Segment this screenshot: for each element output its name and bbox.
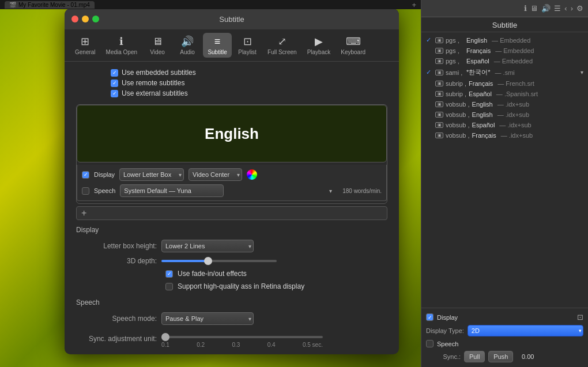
sub-icon-5: ▣ xyxy=(435,81,443,86)
sub-source-3: — Embedded xyxy=(494,58,533,65)
rp-list-icon[interactable]: ☰ xyxy=(554,4,561,13)
toolbar-fullscreen[interactable]: ⤢ Full Screen xyxy=(263,33,301,58)
minimize-button[interactable] xyxy=(82,16,89,22)
rp-display-checkbox[interactable] xyxy=(426,313,434,321)
new-tab-button[interactable]: + xyxy=(412,1,416,9)
keyboard-icon: ⌨ xyxy=(345,35,361,48)
subtitle-item-7[interactable]: ▣ vobsub , English — .idx+sub xyxy=(421,99,588,109)
playback-label: Playback xyxy=(307,49,331,55)
preview-controls: Display Lower Letter Box Upper Letter Bo… xyxy=(77,165,387,201)
audio-icon: 🔊 xyxy=(179,35,195,48)
sub-dropdown-4[interactable]: ▾ xyxy=(581,69,583,75)
subtitle-item-1[interactable]: ✓ ▣ pgs , English — Embedded xyxy=(421,35,588,46)
subtitle-item-2[interactable]: ▣ pgs , Français — Embedded xyxy=(421,46,588,56)
rp-speaker-icon[interactable]: 🔊 xyxy=(541,4,551,13)
toolbar-media-open[interactable]: ℹ Media Open xyxy=(101,33,142,58)
sync-adjustment-slider[interactable] xyxy=(161,336,323,338)
sync-value: 0.00 xyxy=(517,353,534,360)
toolbar-subtitle[interactable]: ≡ Subtitle xyxy=(203,33,232,58)
rp-speech-checkbox[interactable] xyxy=(426,340,434,347)
depth-3d-row: 3D depth: xyxy=(76,257,387,265)
maximize-button[interactable] xyxy=(92,16,99,22)
display-checkbox[interactable] xyxy=(82,171,89,179)
speech-mode-row: Speech mode: Pause & Play Continuous Off… xyxy=(76,312,387,325)
rp-speech-row: Speech xyxy=(426,340,583,347)
speech-section: Speech Speech mode: Pause & Play Continu… xyxy=(76,298,387,348)
depth-3d-slider[interactable] xyxy=(161,260,277,262)
keyboard-label: Keyboard xyxy=(341,49,365,55)
sync-adjustment-label: Sync. adjustment unit: xyxy=(76,335,157,343)
tick-03: 0.3 xyxy=(232,342,240,348)
sub-source-7: — .idx+sub xyxy=(497,101,529,108)
traffic-lights xyxy=(71,16,99,22)
toolbar-video[interactable]: 🖥 Video xyxy=(143,33,172,58)
file-icon: 🎬 xyxy=(9,2,16,8)
sub-lang-8: English xyxy=(472,111,493,118)
rp-monitor-icon[interactable]: 🖥 xyxy=(530,4,538,13)
sync-pull-button[interactable]: Pull xyxy=(464,351,485,362)
display-section-header: Display xyxy=(76,226,387,234)
use-embedded-checkbox[interactable] xyxy=(111,69,118,77)
sync-push-button[interactable]: Push xyxy=(488,351,513,362)
high-quality-checkbox[interactable] xyxy=(165,283,173,290)
toolbar: ⊞ General ℹ Media Open 🖥 Video 🔊 Audio ≡… xyxy=(65,29,399,62)
toolbar-general[interactable]: ⊞ General xyxy=(70,33,100,58)
toolbar-playback[interactable]: ▶ Playback xyxy=(303,33,336,58)
sub-lang-10: Français xyxy=(472,132,496,139)
use-external-checkbox[interactable] xyxy=(111,90,118,97)
use-remote-row[interactable]: Use remote subtitles xyxy=(111,79,387,87)
color-wheel-icon[interactable] xyxy=(247,169,257,180)
subtitle-options: Use embedded subtitles Use remote subtit… xyxy=(76,69,387,97)
sub-icon-10: ▣ xyxy=(435,133,443,138)
subtitle-item-8[interactable]: ▣ vobsub , English — .idx+sub xyxy=(421,109,588,120)
subtitle-item-3[interactable]: ▣ pgs , Español — Embedded xyxy=(421,56,588,66)
subtitle-item-5[interactable]: ▣ subrip , Français — French.srt xyxy=(421,78,588,89)
rp-chevron-left-icon[interactable]: ‹ xyxy=(564,4,567,13)
rp-display-type-label: Display Type: xyxy=(426,327,464,334)
fade-checkbox[interactable] xyxy=(165,270,173,278)
toolbar-audio[interactable]: 🔊 Audio xyxy=(173,33,202,58)
sub-icon-8: ▣ xyxy=(435,112,443,118)
use-embedded-row[interactable]: Use embedded subtitles xyxy=(111,69,387,77)
letterbox-select[interactable]: Lower Letter Box Upper Letter Box Center xyxy=(119,168,184,181)
sub-lang-1: English xyxy=(466,37,487,44)
rp-display-type-select[interactable]: 2D 3D Left/Right 3D Top/Bottom xyxy=(468,325,583,336)
sub-lang-7: English xyxy=(472,101,493,108)
subtitle-item-10[interactable]: ▣ vobsub , Français — .idx+sub xyxy=(421,130,588,141)
toolbar-keyboard[interactable]: ⌨ Keyboard xyxy=(336,33,370,58)
sub-format-4: sami , xyxy=(446,69,464,76)
subtitle-label: Subtitle xyxy=(208,49,227,55)
speech-checkbox[interactable] xyxy=(82,187,89,195)
subtitle-item-6[interactable]: ▣ subrip , Español — .Spanish.srt xyxy=(421,89,588,99)
speech-mode-select[interactable]: Pause & Play Continuous Off xyxy=(161,312,254,325)
subtitle-list: ✓ ▣ pgs , English — Embedded ▣ pgs , Fra… xyxy=(421,32,588,308)
letterbox-height-select[interactable]: Lower 2 Lines Lower 1 Line Upper 2 Lines xyxy=(161,240,254,252)
toolbar-playlist[interactable]: ⊡ Playlist xyxy=(233,33,262,58)
rp-settings-icon[interactable]: ⚙ xyxy=(576,4,583,13)
speech-select[interactable]: System Default — Yuna Alex Samantha xyxy=(120,184,224,197)
sub-source-10: — .idx+sub xyxy=(501,132,533,139)
rp-bottom-controls: Display ⊡ Display Type: 2D 3D Left/Right… xyxy=(421,308,588,367)
sub-icon-9: ▣ xyxy=(435,122,443,128)
rp-sync-label: Sync.: xyxy=(426,353,461,360)
use-remote-checkbox[interactable] xyxy=(111,80,118,87)
right-panel: ℹ 🖥 🔊 ☰ ‹ › ⚙ Subtitle ✓ ▣ pgs , English… xyxy=(421,0,588,367)
sub-lang-9: Español xyxy=(472,122,495,128)
rp-toolbar: ℹ 🖥 🔊 ☰ ‹ › ⚙ xyxy=(421,0,588,17)
video-position-select[interactable]: Video Center Top Bottom xyxy=(189,168,242,181)
subtitle-preview: English xyxy=(77,105,387,162)
sync-adjustment-row: Sync. adjustment unit: 0.1 0.2 0.3 0.4 0… xyxy=(76,330,387,348)
subtitle-item-9[interactable]: ▣ vobsub , Español — .idx+sub xyxy=(421,120,588,130)
rp-info-icon[interactable]: ℹ xyxy=(524,4,527,13)
use-external-row[interactable]: Use external subtitles xyxy=(111,89,387,97)
subtitle-item-4[interactable]: ✓ ▣ sami , *한국어* — .smi ▾ xyxy=(421,66,588,78)
video-icon: 🖥 xyxy=(149,35,165,48)
add-subtitle-button[interactable]: + xyxy=(81,209,86,218)
fade-label: Use fade-in/out effects xyxy=(178,270,247,278)
tab-bar-top: 🎬 My Favorite Movie - 01.mp4 + xyxy=(0,0,421,9)
close-button[interactable] xyxy=(71,16,78,22)
use-external-label: Use external subtitles xyxy=(122,89,188,97)
tick-labels: 0.1 0.2 0.3 0.4 0.5 sec. xyxy=(161,342,323,348)
file-tab[interactable]: 🎬 My Favorite Movie - 01.mp4 xyxy=(5,1,95,9)
rp-chevron-right-icon[interactable]: › xyxy=(571,4,573,13)
